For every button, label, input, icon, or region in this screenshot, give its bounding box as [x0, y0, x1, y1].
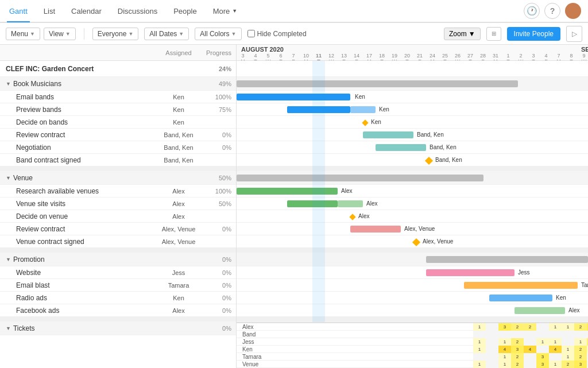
gantt-group-1	[237, 77, 588, 91]
export-button[interactable]: ▷	[566, 26, 582, 42]
workload-cell: 3	[536, 353, 549, 361]
nav-list[interactable]: List	[41, 0, 57, 22]
group-row-tickets[interactable]: ▼ Tickets 0%	[0, 321, 236, 335]
workload-label: Venue	[237, 361, 473, 367]
group-row-promotion[interactable]: ▼ Promotion 0%	[0, 253, 236, 266]
gantt-label-research: Alex	[341, 188, 352, 194]
group-name-promotion: ▼ Promotion	[0, 255, 156, 264]
col-header-progress: Progress	[202, 45, 236, 60]
nav-calendar[interactable]: Calendar	[69, 0, 104, 22]
group-progress-2: 50%	[202, 175, 236, 181]
workload-cell: 3	[574, 361, 587, 368]
project-name: CLEF INC: Garden Concert	[0, 65, 156, 73]
workload-cell	[486, 338, 498, 346]
nav-discussions[interactable]: Discussions	[115, 0, 160, 22]
workload-cell	[524, 361, 536, 368]
gantt-label-website: Jess	[518, 269, 530, 276]
workload-cell: 1	[498, 361, 511, 368]
nav-gantt[interactable]: Gantt	[7, 1, 30, 22]
gantt-label-email-blast: Tamara	[581, 282, 588, 288]
workload-cell	[486, 331, 498, 338]
group-progress-4: 0%	[202, 325, 236, 332]
gantt-row-decide-bands: Ken	[237, 116, 588, 129]
workload-cell: 2	[511, 338, 524, 346]
gantt-bar-email-blast	[464, 282, 578, 289]
workload-cell: 2	[574, 323, 587, 331]
gantt-bar-facebook-ads	[514, 307, 565, 314]
toolbar: Menu ▼ View ▼ Everyone ▼ All Dates ▼ All…	[0, 23, 588, 45]
task-row: Band contract signed Band, Ken	[0, 154, 236, 166]
workload-cell: 1	[498, 353, 511, 361]
view-toggle[interactable]: ⊞	[486, 27, 501, 41]
task-row: Email blast Tamara 0%	[0, 279, 236, 292]
workload-cell: 2	[511, 361, 524, 368]
group-row-book-musicians[interactable]: ▼ Book Musicians 49%	[0, 77, 236, 91]
group-progress-3: 0%	[202, 256, 236, 263]
project-row: CLEF INC: Garden Concert 24%	[0, 61, 236, 77]
workload-cell: 2	[511, 323, 524, 331]
task-row: Review contract Band, Ken 0%	[0, 129, 236, 141]
separator-2	[0, 248, 236, 253]
gantt-sep-1	[237, 166, 588, 171]
task-row: Negotiation Band, Ken 0%	[0, 141, 236, 154]
view-button[interactable]: View ▼	[44, 28, 76, 40]
workload-cell	[574, 331, 587, 338]
workload-cell: 4	[498, 346, 511, 353]
workload-cell: 1	[549, 361, 562, 368]
user-avatar[interactable]	[565, 3, 581, 19]
workload-cell: 1	[473, 361, 486, 368]
task-row: Email bands Ken 100%	[0, 91, 236, 103]
invite-people-button[interactable]: Invite People	[507, 27, 560, 41]
gantt-label-radio-ads: Ken	[556, 295, 566, 301]
everyone-filter[interactable]: Everyone ▼	[92, 28, 139, 40]
workload-cell: 3	[498, 323, 511, 331]
history-icon[interactable]: 🕐	[524, 3, 540, 19]
top-navigation: Gantt List Calendar Discussions People M…	[0, 0, 588, 23]
workload-label: Band	[237, 331, 473, 338]
main-content: Assigned Progress CLEF INC: Garden Conce…	[0, 45, 588, 368]
workload-cell	[549, 353, 562, 361]
workload-cell	[536, 346, 549, 353]
task-row: Preview bands Ken 75%	[0, 103, 236, 116]
separator-1	[0, 166, 236, 171]
gantt-bar-research	[237, 188, 338, 195]
month-august: AUGUST 2020	[241, 46, 284, 53]
workload-cell: 1	[549, 323, 562, 331]
workload-label: Alex	[237, 324, 473, 330]
workload-cell	[486, 346, 498, 353]
left-body: CLEF INC: Garden Concert 24% ▼ Book Musi…	[0, 61, 236, 368]
nav-people[interactable]: People	[171, 0, 199, 22]
help-icon[interactable]: ?	[544, 3, 560, 19]
gantt-bar-preview-bands-partial	[350, 106, 376, 113]
workload-cell	[486, 361, 498, 368]
gantt-body: Ken Ken Ken Band, Ken	[237, 61, 588, 322]
nav-more[interactable]: More ▼	[211, 0, 240, 22]
menu-button[interactable]: Menu ▼	[6, 28, 40, 40]
group-row-venue[interactable]: ▼ Venue 50%	[0, 171, 236, 185]
gantt-project-row	[237, 61, 588, 77]
zoom-button[interactable]: Zoom ▼	[444, 28, 481, 40]
hide-completed-toggle[interactable]: Hide Completed	[247, 30, 307, 38]
gantt-bar-group2	[237, 175, 483, 181]
diamond-decide-bands	[362, 119, 368, 126]
workload-cell: 1	[562, 323, 574, 331]
left-header: Assigned Progress	[0, 45, 236, 61]
gantt-bar-preview-bands-full	[287, 106, 350, 113]
gantt-label-email-bands: Ken	[355, 94, 365, 100]
diamond-band-signed	[425, 157, 433, 165]
gantt-bar-website	[426, 269, 514, 276]
colors-filter[interactable]: All Colors ▼	[195, 28, 241, 40]
task-row: Venue site visits Alex 50%	[0, 197, 236, 210]
gantt-header: AUGUST 2020 SEPTEMBER 3M 4T 5W 6T 7F 10M…	[237, 45, 588, 61]
dates-filter[interactable]: All Dates ▼	[144, 28, 189, 40]
gantt-label-review-venue: Alex, Venue	[404, 226, 435, 232]
workload-cell: 4	[524, 346, 536, 353]
workload-cell: 1	[549, 338, 562, 346]
gantt-sep-2	[237, 248, 588, 253]
task-row: Decide on bands Ken	[0, 116, 236, 129]
day-headers: 3M 4T 5W 6T 7F 10M 11T 12W 13T 14F 17M 1…	[237, 53, 588, 61]
gantt-bar-negotiation	[376, 144, 426, 151]
workload-cell	[536, 323, 549, 331]
workload-cell	[498, 331, 511, 338]
workload-cell	[549, 331, 562, 338]
